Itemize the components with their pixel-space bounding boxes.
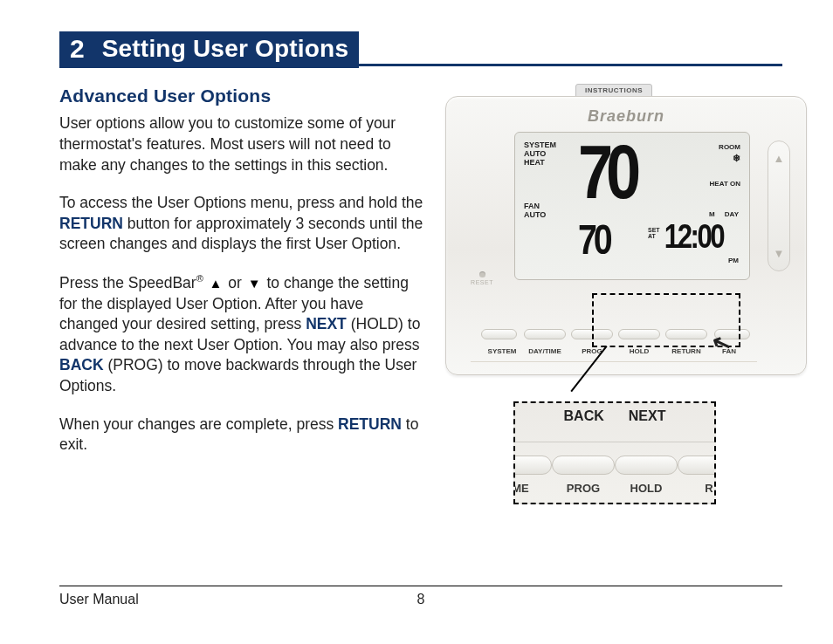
page-footer: User Manual 8 (59, 586, 782, 607)
lcd-fan-auto: AUTO (524, 211, 546, 220)
zoom-pill-left (513, 456, 552, 475)
paragraph-4: When your changes are complete, press RE… (59, 414, 426, 456)
reset-button[interactable]: RESET (465, 271, 499, 285)
thermostat-device: Braeburn RESET SYSTEM AUTO HEAT FAN AUTO… (445, 96, 807, 375)
keyword-back: BACK (59, 356, 104, 373)
instructions-tab: INSTRUCTIONS (575, 84, 652, 97)
zoom-pill-right (678, 456, 716, 475)
keyword-next: NEXT (306, 315, 347, 332)
section-number: 2 (59, 31, 97, 68)
keyword-return: RETURN (59, 215, 123, 232)
paragraph-2: To access the User Options menu, press a… (59, 193, 426, 255)
system-button[interactable] (481, 329, 517, 339)
up-arrow-icon: ▲ (208, 275, 224, 292)
snowflake-icon: ❄ (719, 152, 740, 164)
paragraph-3: Press the SpeedBar® ▲ or ▼ to change the… (59, 272, 426, 397)
return-button-label: RETURN (665, 347, 707, 355)
lcd-clock: 12:00 (664, 218, 723, 256)
lcd-pm: PM (728, 257, 739, 264)
keyword-return-2: RETURN (338, 415, 402, 433)
hold-button-label: HOLD (618, 347, 660, 355)
lcd-system-heat: HEAT (524, 159, 556, 168)
daytime-button-label: DAY/TIME (524, 347, 566, 355)
zoom-pill-prog (552, 456, 615, 475)
zoom-hold-label: HOLD (615, 482, 678, 495)
thermostat-figure: INSTRUCTIONS Braeburn RESET SYSTEM AUTO … (445, 84, 782, 529)
lcd-set-temp: 70 (578, 216, 609, 264)
return-button[interactable] (665, 329, 707, 339)
body-text-column: Advanced User Options User options allow… (59, 84, 426, 529)
zoom-pill-hold (615, 456, 678, 475)
lcd-room-temp: 70 (578, 127, 634, 216)
footer-page-number: 8 (417, 592, 425, 607)
device-divider (471, 361, 757, 362)
zoom-next-label: NEXT (629, 408, 666, 424)
daytime-button[interactable] (524, 329, 566, 339)
lcd-m-label: M (709, 210, 715, 218)
paragraph-1: User options allow you to customize some… (59, 113, 426, 175)
lcd-at-label: AT (648, 233, 660, 239)
prog-button[interactable] (571, 329, 613, 339)
button-label-row: SYSTEM DAY/TIME PROG HOLD RETURN FAN (481, 347, 750, 355)
lcd-day-label: DAY (725, 210, 739, 218)
lcd-heat-on: HEAT ON (710, 180, 740, 188)
lcd-set-label: SET (648, 227, 660, 233)
prog-button-label: PROG (571, 347, 613, 355)
section-title: Setting User Options (97, 31, 359, 68)
chevron-up-icon: ▲ (774, 152, 785, 165)
header-rule (359, 31, 782, 66)
callout-zoom-box: BACK NEXT ME PROG HOLD R (513, 401, 716, 504)
section-header: 2 Setting User Options (59, 31, 782, 68)
zoom-prog-label: PROG (552, 482, 615, 495)
lcd-screen: SYSTEM AUTO HEAT FAN AUTO 70 ROOM ❄ HEAT… (514, 132, 750, 280)
brand-logo: Braeburn (588, 107, 664, 126)
lcd-room-label: ROOM (719, 143, 740, 152)
subsection-heading: Advanced User Options (59, 84, 426, 108)
down-arrow-icon: ▼ (246, 275, 263, 292)
hold-button[interactable] (618, 329, 660, 339)
zoom-back-label: BACK (564, 408, 604, 424)
system-button-label: SYSTEM (481, 347, 523, 355)
speedbar-rocker[interactable]: ▲ ▼ (768, 140, 790, 271)
zoom-me-label: ME (513, 482, 552, 495)
chevron-down-icon: ▼ (774, 247, 785, 260)
reset-hole-icon (479, 271, 485, 277)
zoom-r-label: R (678, 482, 716, 495)
